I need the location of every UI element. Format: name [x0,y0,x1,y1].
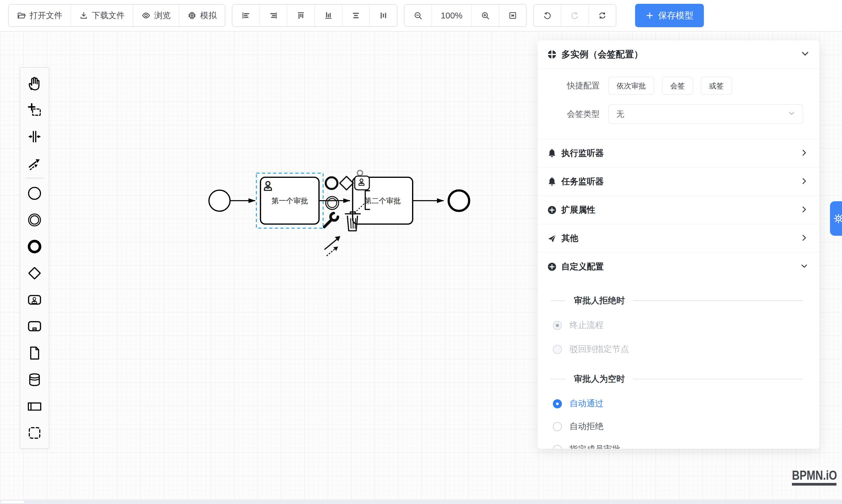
align-center-button[interactable] [343,5,370,26]
sign-type-row: 会签类型 无 [547,104,803,124]
palette-gateway[interactable] [20,260,49,286]
bell-icon [547,148,557,158]
radio-label: 自动拒绝 [569,421,603,432]
chevron-down-icon [788,110,795,119]
horizontal-scrollbar[interactable] [0,500,842,504]
save-model-button[interactable]: 保存模型 [635,4,704,27]
connect-tool-icon[interactable] [325,236,340,256]
scrollbar-thumb[interactable] [1,501,24,503]
reject-title: 审批人拒绝时 [574,295,625,307]
panel-header[interactable]: 多实例（会签配置） [538,40,820,69]
hand-icon [27,76,42,91]
palette-data-object[interactable] [20,340,49,366]
palette-data-store[interactable] [20,366,49,393]
open-file-button[interactable]: 打开文件 [9,5,71,26]
section-label: 扩展属性 [561,204,595,216]
palette-space-tool[interactable] [20,123,49,150]
palette-hand-tool[interactable] [20,70,49,96]
append-gateway-icon[interactable] [340,176,353,190]
palette-participant[interactable] [20,393,49,419]
palette-separator [25,178,44,178]
align-middle-button[interactable] [370,5,397,26]
chevron-down-icon[interactable] [801,49,809,60]
quick-config-label: 快捷配置 [547,80,600,91]
align-top-button[interactable] [287,5,315,26]
quick-countersign-button[interactable]: 会签 [662,77,693,94]
user-task-icon [27,292,42,307]
intermediate-event-icon [27,212,42,228]
start-event-shape[interactable] [209,190,230,211]
preview-label: 浏览 [154,10,171,21]
section-execution-listener[interactable]: 执行监听器 [538,139,820,167]
zoom-in-icon [481,11,490,20]
palette-global-connect-tool[interactable] [20,150,49,176]
zoom-out-button[interactable] [404,5,432,26]
align-left-icon [242,11,250,20]
palette-lasso-tool[interactable] [20,96,49,123]
zoom-in-button[interactable] [472,5,499,26]
section-extended-properties[interactable]: 扩展属性 [538,196,820,224]
file-button-group: 打开文件 下载文件 浏览 模拟 [8,4,225,27]
align-bottom-icon [324,11,333,20]
section-task-listener[interactable]: 任务监听器 [538,167,820,196]
task2-label: 第二个审批 [364,197,401,205]
palette-subprocess[interactable] [20,313,49,340]
radio-terminate-process: 终止流程 [550,320,803,330]
section-other[interactable]: 其他 [538,224,820,252]
radio-auto-pass[interactable]: 自动通过 [550,398,803,409]
preview-button[interactable]: 浏览 [134,5,179,26]
quick-sequential-button[interactable]: 依次审批 [609,77,654,94]
section-label: 任务监听器 [561,176,604,187]
redo-button[interactable] [561,5,589,26]
section-label: 执行监听器 [561,147,604,159]
zoom-out-icon [414,11,422,20]
section-label: 其他 [561,233,578,244]
quick-config-row: 快捷配置 依次审批 会签 或签 [547,77,803,94]
radio-auto-reject[interactable]: 自动拒绝 [550,421,803,432]
palette [20,67,49,449]
reject-divider: 审批人拒绝时 [550,295,803,307]
user-task-1[interactable]: 第一个审批 [261,177,319,224]
radio-assign-member[interactable]: 指定成员审批 [550,444,803,449]
panel-title: 多实例（会签配置） [561,48,643,60]
download-file-button[interactable]: 下载文件 [71,5,134,26]
simulate-button[interactable]: 模拟 [179,5,225,26]
section-custom-config[interactable]: 自定义配置 [538,252,820,281]
palette-end-event[interactable] [20,233,49,260]
redo-icon [571,11,579,20]
palette-group[interactable] [20,419,49,446]
settings-tab[interactable] [830,201,842,236]
empty-approver-divider: 审批人为空时 [550,373,803,385]
toolbar: 打开文件 下载文件 浏览 模拟 [0,0,842,31]
empty-approver-title: 审批人为空时 [574,373,625,385]
quick-orsign-button[interactable]: 或签 [701,77,732,94]
sign-type-select[interactable]: 无 [609,104,803,124]
align-button-group [232,4,398,27]
align-top-icon [297,11,305,20]
end-event-shape[interactable] [449,191,469,211]
wrench-icon[interactable] [324,213,338,227]
reset-button[interactable] [589,5,616,26]
palette-user-task[interactable] [20,286,49,313]
open-folder-icon [17,11,26,20]
radio-label: 指定成员审批 [569,444,620,449]
palette-intermediate-event[interactable] [20,206,49,233]
gateway-icon [27,266,42,281]
plus-icon [646,12,654,20]
align-right-button[interactable] [260,5,287,26]
palette-start-event[interactable] [20,180,49,206]
data-store-icon [27,372,42,387]
undo-button[interactable] [534,5,561,26]
participant-pool-icon [27,399,42,414]
append-intermediate-event-icon[interactable] [326,197,339,210]
plus-circle-icon [547,262,557,272]
append-end-event-icon[interactable] [326,177,337,189]
align-left-button[interactable] [232,5,260,26]
append-task-icon[interactable] [355,176,369,190]
history-button-group [533,4,616,27]
chevron-right-icon [801,177,808,187]
chip-icon [188,11,196,20]
radio-icon [553,445,562,449]
align-bottom-button[interactable] [315,5,343,26]
fit-viewport-button[interactable] [499,5,526,26]
